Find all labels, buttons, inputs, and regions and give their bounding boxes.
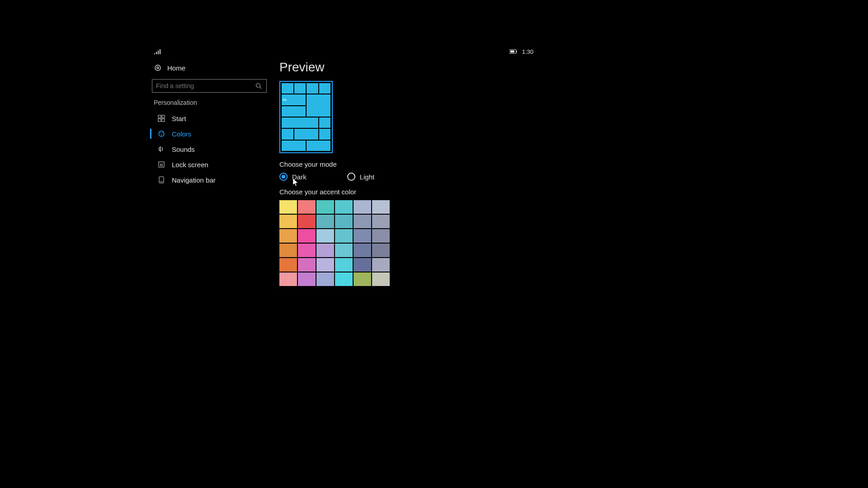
- svg-rect-17: [159, 177, 164, 183]
- svg-point-5: [256, 84, 260, 88]
- signal-icon: [154, 47, 162, 56]
- svg-line-6: [260, 87, 262, 89]
- accent-swatch[interactable]: [372, 215, 390, 228]
- accent-swatch[interactable]: [279, 229, 297, 243]
- mode-light-radio[interactable]: Light: [347, 173, 375, 181]
- accent-swatch[interactable]: [372, 258, 390, 272]
- preview-tile: [282, 106, 306, 117]
- accent-swatch[interactable]: [298, 258, 316, 272]
- accent-swatch[interactable]: [335, 229, 353, 243]
- clock: 1:30: [522, 48, 533, 55]
- sidebar-item-label: Start: [172, 115, 186, 122]
- accent-swatch[interactable]: [298, 215, 316, 228]
- accent-swatch[interactable]: [316, 200, 334, 214]
- preview-tile: [282, 117, 318, 128]
- svg-point-11: [159, 131, 164, 136]
- navigation-icon: [157, 176, 165, 184]
- accent-swatch[interactable]: [316, 215, 334, 228]
- svg-rect-16: [160, 164, 162, 166]
- category-label: Personalization: [150, 97, 270, 108]
- svg-rect-9: [158, 119, 161, 122]
- svg-rect-15: [159, 162, 164, 167]
- accent-swatch[interactable]: [298, 272, 316, 286]
- mouse-cursor: [293, 178, 298, 187]
- start-icon: [157, 114, 165, 122]
- svg-rect-8: [162, 115, 165, 118]
- home-label: Home: [167, 64, 185, 72]
- svg-point-14: [161, 135, 162, 136]
- accent-swatch[interactable]: [354, 258, 371, 272]
- accent-swatch[interactable]: [354, 229, 371, 243]
- accent-swatch[interactable]: [279, 215, 297, 228]
- settings-screen: 1:30 Home Personalization S: [145, 43, 542, 296]
- sidebar-item-label: Navigation bar: [172, 176, 216, 184]
- sidebar-item-lock-screen[interactable]: Lock screen: [150, 157, 270, 172]
- svg-rect-1: [510, 50, 514, 52]
- home-button[interactable]: Home: [150, 61, 270, 75]
- lock-icon: [157, 160, 165, 169]
- sidebar: Home Personalization Start Colors: [148, 56, 270, 292]
- sounds-icon: [157, 145, 165, 153]
- accent-swatch[interactable]: [354, 200, 371, 214]
- accent-swatch[interactable]: [279, 244, 297, 257]
- accent-swatch[interactable]: [335, 244, 353, 257]
- svg-point-12: [160, 132, 160, 133]
- accent-swatch[interactable]: [354, 272, 371, 286]
- accent-color-grid: [279, 200, 533, 286]
- accent-swatch[interactable]: [279, 272, 297, 286]
- svg-rect-2: [516, 51, 517, 52]
- preview-tile: [307, 83, 318, 94]
- preview-tile: [282, 83, 293, 94]
- accent-swatch[interactable]: [335, 272, 353, 286]
- radio-icon: [347, 173, 355, 181]
- accent-swatch[interactable]: [372, 229, 390, 243]
- svg-point-13: [162, 132, 163, 133]
- accent-swatch[interactable]: [316, 258, 334, 272]
- status-bar: 1:30: [148, 47, 539, 56]
- preview-tile-text: Aa: [282, 94, 306, 105]
- sidebar-item-label: Sounds: [172, 145, 195, 153]
- accent-swatch[interactable]: [316, 229, 334, 243]
- svg-rect-7: [158, 115, 161, 118]
- mode-label: Choose your mode: [279, 160, 533, 168]
- colors-icon: [157, 130, 165, 138]
- svg-rect-10: [162, 119, 165, 122]
- radio-label: Light: [360, 173, 375, 181]
- accent-swatch[interactable]: [335, 258, 353, 272]
- accent-swatch[interactable]: [298, 229, 316, 243]
- accent-swatch[interactable]: [298, 200, 316, 214]
- svg-point-3: [155, 65, 160, 70]
- accent-swatch[interactable]: [372, 244, 390, 257]
- accent-swatch[interactable]: [335, 200, 353, 214]
- preview-tile: [319, 117, 331, 128]
- sidebar-item-label: Lock screen: [172, 161, 208, 169]
- sidebar-item-navigation-bar[interactable]: Navigation bar: [150, 172, 270, 188]
- accent-swatch[interactable]: [316, 244, 334, 257]
- search-input[interactable]: [152, 79, 267, 93]
- accent-swatch[interactable]: [335, 215, 353, 228]
- accent-swatch[interactable]: [279, 258, 297, 272]
- accent-swatch[interactable]: [279, 200, 297, 214]
- preview-tile: [294, 83, 306, 94]
- accent-swatch[interactable]: [316, 272, 334, 286]
- accent-swatch[interactable]: [298, 244, 316, 257]
- preview-tile: [282, 129, 293, 139]
- sidebar-item-sounds[interactable]: Sounds: [150, 141, 270, 157]
- radio-icon: [279, 173, 288, 181]
- accent-swatch[interactable]: [372, 200, 390, 214]
- search-field[interactable]: [156, 82, 255, 89]
- sidebar-item-colors[interactable]: Colors: [150, 126, 270, 141]
- svg-point-4: [157, 67, 159, 69]
- gear-icon: [154, 64, 162, 72]
- accent-swatch[interactable]: [354, 244, 371, 257]
- accent-swatch[interactable]: [354, 215, 371, 228]
- preview-tile: [307, 94, 330, 117]
- preview-tile: [282, 141, 306, 151]
- accent-swatch[interactable]: [372, 272, 390, 286]
- battery-icon: [509, 47, 518, 56]
- sidebar-item-label: Colors: [172, 130, 191, 138]
- preview-tile: [319, 83, 331, 94]
- sidebar-item-start[interactable]: Start: [150, 111, 270, 126]
- search-icon: [255, 82, 263, 90]
- preview-tile: [307, 141, 330, 151]
